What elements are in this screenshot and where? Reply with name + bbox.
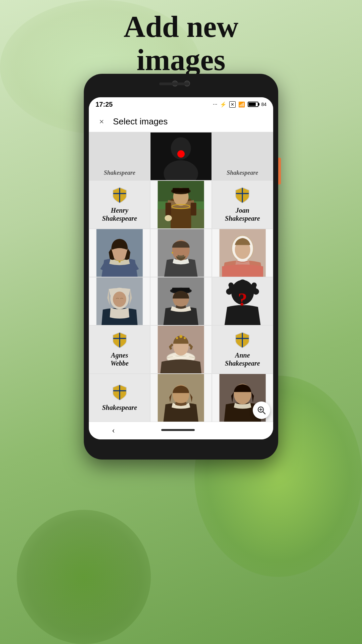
cell-16-label: Shakespeare (102, 404, 137, 412)
grid-cell-1[interactable]: Shakespeare (89, 132, 150, 180)
close-button[interactable]: × (96, 116, 108, 128)
phone-speaker (159, 83, 189, 85)
svg-point-49 (179, 335, 182, 338)
svg-rect-14 (191, 203, 196, 215)
svg-point-50 (176, 337, 178, 339)
grid-cell-15[interactable]: AnneShakespeare (212, 325, 273, 374)
svg-point-51 (184, 337, 186, 339)
dots-icon: ··· (213, 101, 217, 107)
svg-point-29 (113, 291, 126, 307)
cell-6-label: JoanShakespeare (225, 206, 260, 222)
bluetooth-icon: ⚡ (220, 101, 227, 108)
shield-icon-6 (235, 187, 250, 204)
battery-percent: 84 (261, 102, 266, 107)
status-bar: 17:25 ··· ⚡ ✕ 📶 84 (89, 97, 273, 111)
battery-icon (248, 102, 258, 107)
back-button[interactable]: ‹ (112, 425, 115, 435)
william-portrait (150, 229, 211, 277)
grid-cell-4[interactable]: HenryShakespeare (89, 180, 150, 229)
red-dot (177, 150, 185, 158)
unknown-silhouette: ? (212, 277, 273, 325)
cell-3-label: Shakespeare (227, 169, 258, 177)
elizabethan-portrait (150, 326, 211, 373)
svg-point-20 (119, 261, 121, 263)
zoom-in-icon (257, 406, 266, 415)
man-portrait-grey (150, 277, 211, 325)
grid-cell-9[interactable] (212, 229, 273, 277)
grid-cell-3[interactable]: Shakespeare (212, 132, 273, 180)
grid-cell-18[interactable] (212, 374, 273, 422)
grid-cell-16[interactable]: Shakespeare (89, 374, 150, 422)
status-icons: ··· ⚡ ✕ 📶 84 (213, 101, 266, 108)
top-bar: × Select images (89, 111, 273, 132)
image-grid: Shakespeare Shakespeare (89, 132, 273, 422)
grid-cell-13[interactable]: AgnesWebbe (89, 325, 150, 374)
wifi-icon: 📶 (238, 101, 245, 108)
svg-point-42 (239, 279, 246, 286)
bottom-nav: ‹ (89, 422, 273, 439)
cell-1-label: Shakespeare (104, 169, 135, 177)
svg-point-15 (165, 215, 172, 221)
phone-frame: 17:25 ··· ⚡ ✕ 📶 84 × Select images Sha (84, 74, 278, 460)
grid-cell-14[interactable] (150, 325, 212, 374)
shield-icon-15 (235, 332, 250, 348)
svg-point-38 (228, 282, 233, 287)
home-bar[interactable] (161, 429, 195, 431)
grid-cell-2[interactable] (150, 132, 212, 180)
grid-cell-17[interactable] (150, 374, 212, 422)
head-covering-portrait (89, 277, 150, 325)
page-title: Add new images (0, 10, 362, 76)
svg-point-37 (226, 288, 232, 294)
grid-cell-5[interactable] (150, 180, 212, 229)
zoom-fab[interactable] (253, 401, 270, 419)
grid-cell-8[interactable] (150, 229, 212, 277)
svg-line-61 (263, 412, 265, 414)
pink-lady-portrait (212, 229, 273, 277)
cell-4-label: HenryShakespeare (102, 206, 137, 222)
grid-cell-11[interactable] (150, 277, 212, 325)
mary-portrait (89, 229, 150, 277)
svg-point-23 (172, 252, 173, 254)
phone-screen: 17:25 ··· ⚡ ✕ 📶 84 × Select images Sha (89, 97, 273, 439)
select-images-title: Select images (113, 116, 168, 127)
grid-cell-6[interactable]: JoanShakespeare (212, 180, 273, 229)
svg-rect-11 (173, 188, 189, 193)
shield-icon-4 (112, 187, 127, 204)
status-time: 17:25 (96, 101, 113, 108)
cell-15-label: AnneShakespeare (225, 351, 260, 367)
cell-13-label: AgnesWebbe (111, 351, 129, 367)
grid-cell-7[interactable] (89, 229, 150, 277)
svg-rect-13 (166, 203, 171, 215)
svg-point-40 (253, 288, 259, 294)
grid-cell-10[interactable] (89, 277, 150, 325)
svg-point-41 (251, 282, 256, 287)
henry-portrait (150, 181, 211, 228)
sim-icon: ✕ (229, 101, 236, 108)
svg-text:?: ? (238, 289, 247, 310)
shield-icon-13 (112, 332, 127, 348)
grid-cell-12[interactable]: ? (212, 277, 273, 325)
shield-icon-16 (112, 384, 127, 401)
sepia-man-portrait (150, 374, 211, 422)
